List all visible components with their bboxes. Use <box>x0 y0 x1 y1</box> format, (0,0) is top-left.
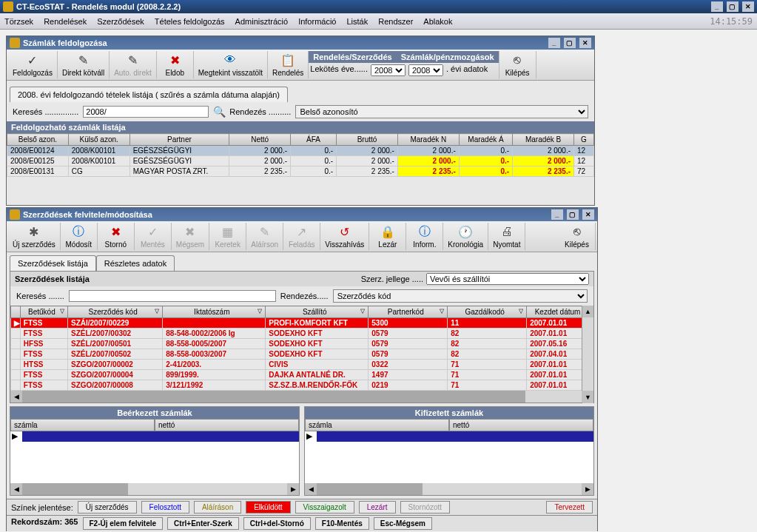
toolbar-lez-r[interactable]: 🔒Lezár <box>369 223 406 250</box>
col-header[interactable]: Maradék N <box>397 134 459 146</box>
toolbar-icon: 🔒 <box>380 224 395 239</box>
menu-teteles[interactable]: Tételes feldolgozás <box>155 17 225 26</box>
tab-szerzodesek-listaja[interactable]: Szerződések listája <box>10 255 96 271</box>
year2-select[interactable]: 2008 <box>408 64 443 76</box>
year1-select[interactable]: 2008 <box>371 64 406 76</box>
col-netto[interactable]: nettó <box>449 419 593 431</box>
toolbar-kronol-gia[interactable]: 🕐Kronológia <box>443 223 488 250</box>
col-header[interactable]: Gazdálkodó ▽ <box>448 306 527 318</box>
toolbar-rendel-s[interactable]: 📋Rendelés <box>268 51 309 78</box>
szerz-jellege-label: Szerz. jellege ..... <box>361 275 423 283</box>
menu-rendelesek[interactable]: Rendelések <box>44 17 87 26</box>
legend-elkuldott: Elküldött <box>246 501 290 514</box>
menu-szerzodesek[interactable]: Szerződések <box>97 17 144 26</box>
table-row[interactable]: FTSSSZÉL/2007/0030288-548-0002/2006 IgSO… <box>11 329 593 339</box>
table-row[interactable]: 2008/E001252008/K00101EGÉSZSÉGÜGYI2 000.… <box>7 156 594 166</box>
minimize-button[interactable]: _ <box>548 38 560 48</box>
menu-listak[interactable]: Listák <box>346 17 368 26</box>
toolbar-inform-[interactable]: ⓘInform. <box>406 223 443 250</box>
col-szamla[interactable]: számla <box>305 419 449 431</box>
tab-reszletes[interactable]: Részletes adatok <box>96 255 175 271</box>
toolbar-icon: ✎ <box>125 53 140 67</box>
col-header[interactable]: Maradék B <box>513 134 574 146</box>
close-button[interactable]: ✕ <box>582 209 594 220</box>
toolbar-m-dos-t[interactable]: ⓘMódosít <box>61 223 98 250</box>
window-icon <box>10 209 20 220</box>
toolbar-storn-[interactable]: ✖Stornó <box>98 223 135 250</box>
app-title: CT-EcoSTAT - Rendelés modul (2008.2.2.2) <box>16 2 181 11</box>
kereses-input[interactable] <box>83 106 209 118</box>
toolbar-szerzodesek: ✱Új szerződésⓘMódosít✖Stornó✓Mentés✖Mégs… <box>7 221 597 252</box>
toolbar-icon: ✖ <box>167 53 182 67</box>
table-row[interactable]: FTSSSZGO/2007/000083/121/1992SZ.SZ.B.M.R… <box>11 380 593 391</box>
col-header[interactable]: Belső azon. <box>7 134 69 146</box>
col-header[interactable]: Külső azon. <box>68 134 129 146</box>
menu-ablakok[interactable]: Ablakok <box>423 17 452 26</box>
evi-adatok: . évi adatok <box>446 64 488 76</box>
lekotes-label: Lekötés éve...... <box>310 64 368 76</box>
toolbar--j-szerz-d-s[interactable]: ✱Új szerződés <box>8 223 61 250</box>
szerz-jellege-select[interactable]: Vevői és szállítói <box>426 273 589 285</box>
col-header[interactable]: Partner <box>129 134 229 146</box>
col-header[interactable]: Betűkód ▽ <box>20 306 67 318</box>
col-header[interactable]: Szerződés kód ▽ <box>67 306 162 318</box>
rendezes-select[interactable]: Szerződés kód <box>333 289 588 303</box>
toolbar-direkt-k-tv-ll[interactable]: ✎Direkt kötváll <box>58 51 110 78</box>
kereses-input[interactable] <box>69 290 276 302</box>
maximize-button[interactable]: ▢ <box>567 209 579 220</box>
menu-adminisztracio[interactable]: Adminisztráció <box>235 17 289 26</box>
col-header[interactable]: G <box>574 134 594 146</box>
tab-tetelek[interactable]: 2008. évi feldolgozandó tételek listája … <box>10 87 288 102</box>
toolbar-icon: 📋 <box>280 53 295 67</box>
rendezes-select[interactable]: Belső azonosító <box>295 105 588 118</box>
hscroll[interactable]: ◀▶ <box>10 483 299 495</box>
toolbar-eldob[interactable]: ✖Eldob <box>157 51 194 78</box>
table-row[interactable]: 2008/E001242008/K00101EGÉSZSÉGÜGYI2 000.… <box>7 146 594 156</box>
toolbar-feldolgoz-s[interactable]: ✓Feldolgozás <box>8 51 58 78</box>
table-row[interactable]: 2008/E00131CGMAGYAR POSTA ZRT.2 235.-0.-… <box>7 166 594 177</box>
col-header[interactable]: Szállító ▽ <box>266 306 369 318</box>
col-header[interactable]: ÁFA <box>291 134 337 146</box>
col-header[interactable]: Bruttó <box>337 134 398 146</box>
toolbar-felad-s: ↗Feladás <box>283 223 320 250</box>
hscroll[interactable]: ◀▶ <box>305 483 593 495</box>
toolbar-nyomtat[interactable]: 🖨Nyomtat <box>488 223 525 250</box>
table-row[interactable]: HFSSSZÉL/2007/0050188-558-0005/2007SODEX… <box>11 339 593 349</box>
window-buttons: _ ▢ ✕ <box>710 1 754 12</box>
maximize-button[interactable]: ▢ <box>727 1 739 12</box>
vertical-scrollbar[interactable]: ▲▼ <box>582 306 593 391</box>
col-netto[interactable]: nettó <box>155 419 299 431</box>
minimize-button[interactable]: _ <box>711 1 723 12</box>
maximize-button[interactable]: ▢ <box>564 38 576 48</box>
toolbar-icon: ↗ <box>295 224 309 239</box>
col-header[interactable]: Partnerkód ▽ <box>369 306 448 318</box>
minimize-button[interactable]: _ <box>551 209 563 220</box>
sc-f2: F2-Új elem felvitele <box>83 517 164 530</box>
grid-szamlak: Belső azon.Külső azon.PartnerNettóÁFABru… <box>7 133 594 177</box>
table-row[interactable]: FTSSSZÉL/2007/0050288-558-0003/2007SODEX… <box>11 349 593 360</box>
table-row[interactable]: HTSSSZGO/2007/000022-41/2003.CIVIS032271… <box>11 360 593 370</box>
toolbar-icon: ✎ <box>258 224 272 239</box>
toolbar-visszah-v-s[interactable]: ↺Visszahívás <box>320 223 369 250</box>
window-icon <box>10 38 20 48</box>
toolbar-megtekint-visszat-lt[interactable]: 👁Megtekint visszatölt <box>194 51 268 78</box>
toolbar-icon: ↺ <box>337 224 352 239</box>
table-row[interactable]: FTSSSZGO/2007/00004899/1999.DAJKA ANTALN… <box>11 370 593 380</box>
kilepes-button[interactable]: ⎋ Kilépés <box>499 51 536 78</box>
search-icon[interactable]: 🔍 <box>213 106 225 118</box>
toolbar-icon: ⓘ <box>71 224 86 239</box>
rendezes-label: Rendezés .......... <box>229 107 291 116</box>
col-header[interactable]: Iktatószám ▽ <box>163 306 266 318</box>
menu-rendszer[interactable]: Rendszer <box>378 17 413 26</box>
close-button[interactable]: ✕ <box>579 38 591 48</box>
col-szamla[interactable]: számla <box>10 419 155 431</box>
table-row[interactable]: ▶FTSSSZÁI/2007/00229PROFI-KOMFORT KFT530… <box>11 318 593 329</box>
col-header[interactable]: Maradék Á <box>459 134 512 146</box>
col-header[interactable]: Nettó <box>229 134 291 146</box>
close-button[interactable]: ✕ <box>742 1 754 12</box>
sc-esc: Esc-Mégsem <box>374 517 432 530</box>
horizontal-scrollbar[interactable]: ◀▶ <box>10 391 593 403</box>
menu-torzsek[interactable]: Törzsek <box>4 17 33 26</box>
kilepes-button[interactable]: ⎋ Kilépés <box>559 223 596 250</box>
menu-informacio[interactable]: Információ <box>298 17 336 26</box>
